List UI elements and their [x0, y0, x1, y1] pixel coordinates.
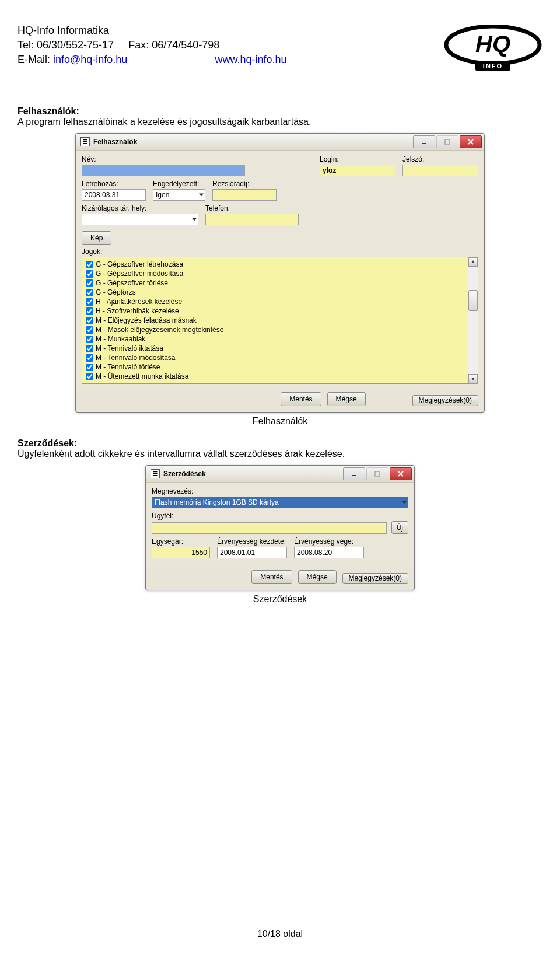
jogok-checkbox[interactable]: [86, 354, 93, 362]
jogok-item[interactable]: H - Szoftverhibák kezelése: [86, 306, 474, 316]
svg-rect-9: [375, 471, 380, 476]
jogok-item[interactable]: M - Tennivaló módosítása: [86, 353, 474, 362]
jogok-item[interactable]: H - Ajánlatkérések kezelése: [86, 297, 474, 306]
telefon-input[interactable]: [205, 214, 299, 225]
close-button[interactable]: [390, 467, 412, 480]
jogok-checkbox[interactable]: [86, 317, 93, 324]
label-jelszo: Jelszó:: [402, 155, 478, 163]
mentes-button[interactable]: Mentés: [281, 392, 321, 406]
scrollbar[interactable]: [468, 257, 478, 383]
label-nev: Név:: [82, 155, 313, 163]
maximize-button[interactable]: [366, 467, 388, 480]
section1-body: A program felhasználóinak a kezelése és …: [18, 117, 542, 127]
minimize-button[interactable]: [343, 467, 365, 480]
jogok-label: M - Munkaablak: [96, 334, 145, 344]
mentes-button[interactable]: Mentés: [251, 570, 292, 584]
logo: HQ INFO: [443, 25, 542, 71]
scroll-up-button[interactable]: [468, 257, 478, 267]
jogok-checkbox[interactable]: [86, 307, 93, 315]
jogok-label: G - Gépszoftver módosítása: [96, 269, 183, 278]
ugyfel-input[interactable]: [152, 522, 387, 534]
megjegyzesek-label: Megjegyzések: [349, 575, 394, 582]
svg-marker-6: [471, 260, 475, 263]
caption-contracts: Szerződések: [18, 594, 542, 604]
window-icon: ☰: [80, 137, 90, 146]
jogok-item[interactable]: M - Előjegyzés feladása másnak: [86, 316, 474, 325]
caption-users: Felhasználók: [18, 416, 542, 427]
uj-button[interactable]: Új: [391, 521, 408, 534]
tel-value: 06/30/552-75-17: [37, 39, 114, 51]
jogok-label: M - Tennivaló törlése: [96, 362, 160, 372]
nev-input[interactable]: [82, 165, 245, 176]
label-ervkezdet: Érvényesség kezdete:: [217, 537, 287, 546]
scroll-down-button[interactable]: [468, 374, 478, 383]
login-input[interactable]: [320, 165, 396, 176]
email-label: E-Mail:: [18, 54, 50, 65]
users-window: ☰ Felhasználók Név: Login: Jel: [75, 133, 485, 413]
jogok-checkbox[interactable]: [86, 364, 93, 371]
svg-marker-7: [471, 378, 475, 380]
maximize-button[interactable]: [436, 135, 459, 148]
jogok-checkbox[interactable]: [86, 270, 93, 278]
web-link[interactable]: www.hq-info.hu: [215, 54, 286, 65]
jogok-checkbox[interactable]: [86, 289, 93, 296]
kizarolagos-select[interactable]: [82, 214, 198, 225]
label-telefon: Telefon:: [205, 204, 299, 212]
label-ervvege: Érvényesség vége:: [294, 537, 364, 546]
jogok-item[interactable]: M - Tennivaló iktatása: [86, 344, 474, 353]
users-window-title: Felhasználók: [93, 138, 137, 146]
section2-title: Szerződések:: [18, 438, 542, 449]
megse-button[interactable]: Mégse: [298, 570, 337, 584]
label-rezsioradij: Rezsióradíj:: [212, 180, 276, 188]
fax-value: 06/74/540-798: [152, 39, 219, 51]
email-link[interactable]: info@hq-info.hu: [53, 54, 127, 65]
label-jogok: Jogok:: [82, 247, 478, 256]
ervkezdet-input[interactable]: [217, 547, 287, 558]
jogok-checkbox[interactable]: [86, 261, 93, 268]
letrehozas-input[interactable]: [82, 189, 146, 201]
jogok-checkbox[interactable]: [86, 279, 93, 287]
jogok-item[interactable]: G - Gépszoftver módosítása: [86, 269, 474, 278]
minimize-button[interactable]: [413, 135, 435, 148]
megnevezes-select[interactable]: [152, 497, 408, 508]
rezsioradij-input[interactable]: [212, 189, 276, 201]
label-egysegar: Egységár:: [152, 537, 210, 546]
jogok-item[interactable]: M - Mások előjegyzéseinek megtekintése: [86, 325, 474, 334]
close-button[interactable]: [460, 135, 482, 148]
jogok-checkbox[interactable]: [86, 373, 93, 380]
megse-button[interactable]: Mégse: [327, 392, 366, 406]
jogok-checkbox[interactable]: [86, 298, 93, 306]
svg-rect-3: [445, 139, 450, 144]
scroll-thumb[interactable]: [468, 290, 478, 311]
ervvege-input[interactable]: [294, 547, 364, 558]
jogok-item[interactable]: G - Géptörzs: [86, 288, 474, 297]
megjegyzesek-count: (0): [463, 397, 472, 404]
jogok-item[interactable]: G - Gépszoftver törlése: [86, 278, 474, 288]
jogok-checkbox[interactable]: [86, 345, 93, 352]
kep-button[interactable]: Kép: [82, 231, 111, 245]
megjegyzesek-button[interactable]: Megjegyzések (0): [412, 395, 478, 406]
jogok-label: M - Tennivaló módosítása: [96, 353, 176, 362]
megjegyzesek-button[interactable]: Megjegyzések (0): [342, 573, 408, 584]
section1-title: Felhasználók:: [18, 106, 542, 117]
jogok-checkbox[interactable]: [86, 326, 93, 334]
jogok-item[interactable]: G - Gépszoftver létrehozása: [86, 260, 474, 269]
jogok-checkbox[interactable]: [86, 336, 93, 343]
jogok-label: H - Ajánlatkérések kezelése: [96, 297, 182, 306]
jelszo-input[interactable]: [402, 165, 478, 176]
engedelyezett-select[interactable]: [153, 189, 205, 201]
jogok-listbox[interactable]: G - Gépszoftver létrehozásaG - Gépszoftv…: [82, 257, 478, 384]
fax-label: Fax:: [128, 39, 149, 51]
egysegar-input[interactable]: [152, 547, 210, 558]
jogok-label: H - Szoftverhibák kezelése: [96, 306, 179, 316]
jogok-item[interactable]: M - Ütemezett munka iktatása: [86, 372, 474, 381]
jogok-label: M - Tennivaló iktatása: [96, 344, 163, 353]
label-login: Login:: [320, 155, 396, 163]
logo-sub: INFO: [483, 62, 503, 69]
jogok-item[interactable]: M - Tennivaló törlése: [86, 362, 474, 372]
page-header: HQ INFO HQ-Info Informatika Tel: 06/30/5…: [18, 23, 542, 71]
jogok-label: M - Ütemezett munka iktatása: [96, 372, 188, 381]
jogok-item[interactable]: M - Munkaablak: [86, 334, 474, 344]
tel-label: Tel:: [18, 39, 34, 51]
users-titlebar: ☰ Felhasználók: [76, 134, 484, 151]
